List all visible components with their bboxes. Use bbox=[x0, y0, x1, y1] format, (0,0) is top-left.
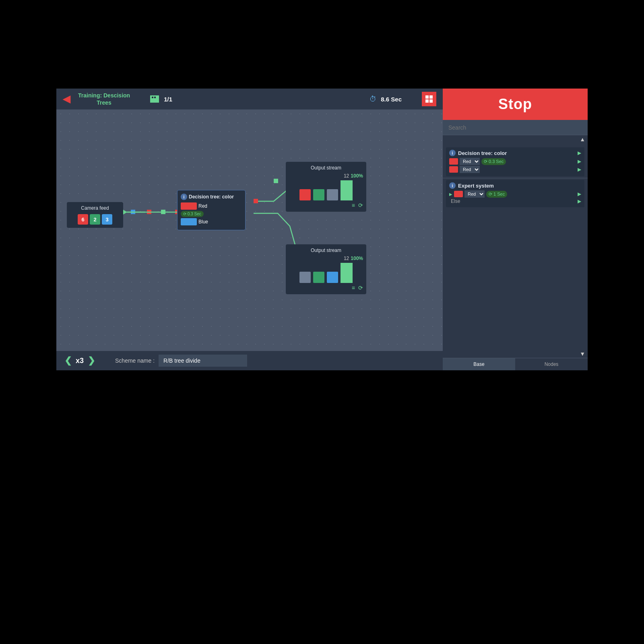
training-title: Training: Descision Trees bbox=[78, 92, 130, 106]
scheme-name-input[interactable] bbox=[159, 355, 247, 367]
panel-es-dropdown1[interactable]: Red Blue bbox=[464, 190, 485, 198]
os-layers-icon-bot[interactable]: ≡ bbox=[352, 285, 355, 291]
dt-row-blue: Blue bbox=[181, 218, 242, 225]
counter-value: 1/1 bbox=[164, 96, 172, 103]
panel-dt-dropdown1[interactable]: Red Blue bbox=[460, 158, 480, 165]
counter-section: 1/1 bbox=[150, 95, 172, 103]
svg-rect-1 bbox=[429, 95, 433, 99]
os-top-chips bbox=[289, 180, 363, 200]
os-top-count: 12 bbox=[344, 173, 349, 179]
timer-icon-es: ⟳ bbox=[489, 192, 492, 197]
panel-es-header: i Expert system bbox=[449, 182, 581, 189]
panel-scroll[interactable]: i Decision tree: color ▶ Red Blue ⟳ 0.3 … bbox=[443, 143, 588, 350]
panel-card-decision-tree: i Decision tree: color ▶ Red Blue ⟳ 0.3 … bbox=[446, 147, 584, 176]
panel-dt-dropdown2[interactable]: Red Blue bbox=[460, 166, 480, 173]
timer-value: 8.6 Sec bbox=[381, 96, 402, 103]
os-layers-icon-top[interactable]: ≡ bbox=[352, 202, 355, 208]
timer-icon-1: ⟳ bbox=[484, 159, 487, 164]
panel-es-play[interactable]: ▶ bbox=[449, 192, 452, 196]
svg-rect-3 bbox=[429, 99, 433, 103]
dt-color-blue bbox=[181, 218, 197, 225]
os-bar-top bbox=[341, 180, 353, 200]
panel-dt-row2: Red Blue ▶ bbox=[449, 166, 581, 173]
dt-timer: ⟳ 0.3 Sec bbox=[181, 211, 204, 217]
camera-feed-node: Camera feed 6 2 3 bbox=[67, 202, 123, 228]
decision-tree-node[interactable]: i Decision tree: color Red ⟳ 0.3 Sec Blu… bbox=[177, 190, 246, 230]
timer-val-1: 0.3 Sec bbox=[489, 159, 504, 164]
panel-dt-arrow[interactable]: ▶ bbox=[578, 150, 581, 156]
tab-base[interactable]: Base bbox=[443, 358, 515, 370]
top-right-icon[interactable] bbox=[422, 92, 436, 106]
dt-color-red bbox=[181, 202, 197, 210]
os-bot-percent: 100% bbox=[351, 256, 363, 261]
output-stream-bottom: Output stream 12 100% ≡ ⟳ bbox=[286, 244, 366, 294]
os-bar-bot bbox=[341, 263, 353, 283]
panel-card-expert-system: i Expert system ▶ Red Blue ⟳ 1 Sec ▶ Els… bbox=[446, 180, 584, 207]
scroll-down-arrow[interactable]: ▼ bbox=[443, 350, 588, 358]
chevron-left-button[interactable]: ❮ bbox=[64, 355, 72, 366]
os-bot-chip-blue bbox=[327, 272, 338, 283]
bottom-bar: ❮ x3 ❯ Scheme name : bbox=[56, 351, 443, 370]
connections-svg bbox=[56, 109, 443, 351]
bottom-tabs: Base Nodes bbox=[443, 358, 588, 370]
panel-es-title: Expert system bbox=[458, 183, 581, 189]
panel-dt-title: Decision tree: color bbox=[458, 150, 575, 156]
os-bar-fill-bot bbox=[341, 263, 353, 283]
camera-feed-title: Camera feed bbox=[70, 205, 120, 211]
panel-dt-row2-arrow[interactable]: ▶ bbox=[578, 167, 581, 172]
panel-dt-header: i Decision tree: color ▶ bbox=[449, 150, 581, 156]
panel-dt-info-badge: i bbox=[449, 150, 456, 156]
panel-es-row2-arrow[interactable]: ▶ bbox=[578, 198, 581, 204]
dt-header: i Decision tree: color bbox=[181, 194, 242, 200]
timer-section: ⏱ 8.6 Sec bbox=[369, 95, 402, 103]
output-stream-top: Output stream 12 100% ≡ ⟳ bbox=[286, 162, 366, 212]
panel-dt-timer1: ⟳ 0.3 Sec bbox=[481, 158, 506, 165]
os-bot-count: 12 bbox=[344, 256, 349, 261]
os-bot-title: Output stream bbox=[289, 248, 363, 253]
os-refresh-icon-bot[interactable]: ⟳ bbox=[358, 285, 363, 291]
chip-6: 6 bbox=[78, 214, 88, 225]
multiplier-text: x3 bbox=[76, 357, 84, 365]
counter-icon bbox=[150, 95, 159, 103]
svg-marker-9 bbox=[123, 210, 127, 215]
camera-feed-chips: 6 2 3 bbox=[70, 214, 120, 225]
svg-rect-2 bbox=[425, 99, 429, 103]
dt-info-badge: i bbox=[181, 194, 187, 200]
panel-es-row1: ▶ Red Blue ⟳ 1 Sec ▶ bbox=[449, 190, 581, 198]
timer-icon: ⏱ bbox=[369, 95, 377, 103]
panel-es-info-badge: i bbox=[449, 182, 456, 189]
tab-nodes[interactable]: Nodes bbox=[515, 358, 588, 370]
os-chip-red bbox=[299, 189, 311, 200]
os-top-title: Output stream bbox=[289, 165, 363, 171]
os-top-bottom-icons: ≡ ⟳ bbox=[289, 202, 363, 208]
timer-val-es: 1 Sec bbox=[493, 192, 505, 196]
panel-dt-row1-arrow[interactable]: ▶ bbox=[578, 159, 581, 164]
os-chip-gray bbox=[327, 189, 338, 200]
svg-rect-0 bbox=[425, 95, 429, 99]
svg-rect-18 bbox=[254, 199, 258, 203]
top-bar: ◀ Training: Descision Trees 1/1 ⏱ 8.6 Se… bbox=[56, 89, 443, 109]
chevron-right-button[interactable]: ❯ bbox=[88, 355, 95, 366]
stop-button[interactable]: Stop bbox=[443, 89, 588, 120]
panel-es-red-chip bbox=[454, 191, 463, 197]
search-input[interactable] bbox=[443, 120, 588, 135]
svg-rect-4 bbox=[131, 210, 135, 214]
dt-row-red: Red bbox=[181, 202, 242, 210]
os-chip-green bbox=[313, 189, 324, 200]
chip-2: 2 bbox=[90, 214, 100, 225]
svg-rect-5 bbox=[147, 210, 151, 214]
svg-rect-6 bbox=[161, 210, 165, 214]
panel-dt-row1: Red Blue ⟳ 0.3 Sec ▶ bbox=[449, 158, 581, 165]
canvas-area[interactable]: Camera feed 6 2 3 i Decision tree: color… bbox=[56, 109, 443, 351]
os-refresh-icon-top[interactable]: ⟳ bbox=[358, 202, 363, 208]
os-bot-chips bbox=[289, 263, 363, 283]
scheme-label: Scheme name : bbox=[115, 357, 155, 364]
panel-dt-red-chip2 bbox=[449, 166, 458, 173]
panel-es-row1-arrow[interactable]: ▶ bbox=[578, 191, 581, 197]
chip-3: 3 bbox=[102, 214, 112, 225]
scroll-up-arrow[interactable]: ▲ bbox=[443, 135, 588, 143]
back-button[interactable]: ◀ bbox=[63, 93, 70, 105]
panel-es-row2: Else ▶ bbox=[449, 198, 581, 204]
os-bot-chip-gray bbox=[299, 272, 311, 283]
divider1 bbox=[443, 178, 588, 178]
